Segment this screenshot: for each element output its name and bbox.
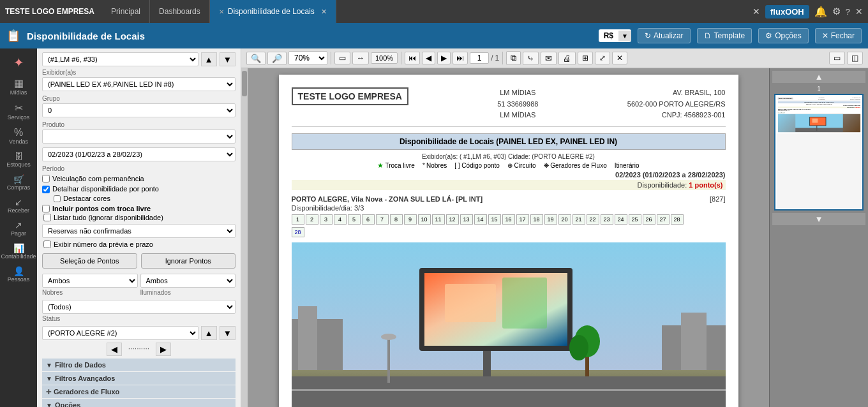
company-right-info: AV. BRASIL, 100 5602-000 PORTO ALEGRE/RS… xyxy=(627,87,726,121)
thumb-scroll-down[interactable]: ▼ xyxy=(772,213,865,225)
check-incluir[interactable] xyxy=(42,205,50,212)
grupo-select[interactable]: 0 xyxy=(42,103,236,117)
section-arrow-filtro: ▼ xyxy=(46,362,52,369)
check-exibir[interactable] xyxy=(43,241,51,248)
cidade-scroll-down[interactable]: ▼ xyxy=(220,326,236,340)
email-button[interactable]: ✉ xyxy=(541,52,557,65)
check-detalhar[interactable] xyxy=(42,186,50,193)
copy-button[interactable]: ⧉ xyxy=(506,51,521,65)
sidebar-item-pessoas[interactable]: 👤 Pessoas xyxy=(0,263,37,286)
pagar-icon: ↗ xyxy=(15,220,22,230)
ambos1-select[interactable]: Ambos xyxy=(42,274,138,288)
sidebar-item-servicos[interactable]: ✂ Serviços xyxy=(0,99,37,124)
atualizar-button[interactable]: ↻ Atualizar xyxy=(638,28,691,43)
section-filtro-dados[interactable]: ▼ Filtro de Dados xyxy=(42,359,236,371)
topbar-close-btn[interactable]: ✕ xyxy=(855,6,863,17)
periodo-select[interactable]: 02/2023 (01/02/23 a 28/02/23) xyxy=(42,147,236,161)
tab-principal[interactable]: Principal xyxy=(102,0,150,23)
filter-scroll-down[interactable]: ▼ xyxy=(220,52,236,66)
template-icon: 🗋 xyxy=(704,31,712,40)
exibidores-select[interactable]: (PAINEL LED EX #6,PAINEL LED IN #8) xyxy=(42,77,236,91)
ignorar-pontos-button[interactable]: Ignorar Pontos xyxy=(141,253,236,269)
sidebar-item-compras[interactable]: 🛒 Compras xyxy=(0,171,37,194)
sidebar-item-pagar[interactable]: ↗ Pagar xyxy=(0,217,37,240)
opcoes-button[interactable]: ⚙ Opções xyxy=(758,28,808,43)
sidebar-item-vendas[interactable]: % Vendas xyxy=(0,124,37,148)
check-destacar-row: Destacar cores xyxy=(54,195,236,202)
status-select[interactable]: (Todos) xyxy=(42,300,236,314)
currency-arrow-icon[interactable]: ▼ xyxy=(618,31,631,41)
panel-nav-right[interactable]: ▶ xyxy=(156,343,171,356)
fit-width-button[interactable]: ↔ xyxy=(352,52,369,64)
check-destacar[interactable] xyxy=(54,195,61,202)
section-arrow-opcoes: ▼ xyxy=(46,402,52,408)
cidade-scroll-up[interactable]: ▲ xyxy=(201,326,217,340)
report-availability: Disponibilidade: 1 ponto(s) xyxy=(292,180,726,190)
cidade-select[interactable]: (PORTO ALEGRE #2) xyxy=(42,326,198,340)
section-filtros-avancados[interactable]: ▼ Filtros Avançados xyxy=(42,372,236,385)
ambos2-select[interactable]: Ambos xyxy=(140,274,236,288)
thumb-scroll-up[interactable]: ▲ xyxy=(772,71,865,83)
bell-icon[interactable]: 🔔 xyxy=(814,6,827,18)
nav-last-button[interactable]: ⏭ xyxy=(453,52,468,64)
btn-row: Seleção de Pontos Ignorar Pontos xyxy=(42,253,236,269)
tab-close-icon[interactable]: ✕ xyxy=(321,8,327,16)
expand-button[interactable]: ⤢ xyxy=(595,52,610,64)
filter-main-row: (#1,LM #6, #33) ▲ ▼ xyxy=(42,52,236,66)
view-double-button[interactable]: ◫ xyxy=(847,52,863,64)
share-button[interactable]: ⤷ xyxy=(523,52,539,65)
sidebar-item-midias[interactable]: ▦ Mídias xyxy=(0,74,37,99)
report-subtitle-row: Exibidor(a)s: ( #1,LM #6, #03) Cidade: (… xyxy=(292,153,726,160)
day-18: 18 xyxy=(530,214,543,225)
zoom-select[interactable]: 50% 70% 100% 150% 200% xyxy=(288,51,327,65)
scroll-thumb-v[interactable] xyxy=(242,71,247,96)
company-center-info: LM MÍDIAS 51 33669988 LM MÍDIAS xyxy=(497,87,538,121)
check-veiculacao[interactable] xyxy=(42,175,50,182)
section-geradores-fluxo[interactable]: ✛ Geradores de Fluxo xyxy=(42,385,236,398)
day-1: 1 xyxy=(292,214,304,225)
compras-icon: 🛒 xyxy=(13,174,24,184)
page-input[interactable] xyxy=(470,52,489,64)
nav-next-button[interactable]: ▶ xyxy=(437,52,451,64)
produto-select[interactable] xyxy=(42,130,236,144)
tab-disponibilidade[interactable]: ✕ Disponibilidade de Locais ✕ xyxy=(210,0,336,23)
day-9: 9 xyxy=(404,214,417,225)
zoom-in-button[interactable]: 🔎 xyxy=(267,52,287,65)
day-4: 4 xyxy=(334,214,347,225)
report-area: TESTE LOGO EMPRESA LM MÍDIAS 51 33669988… xyxy=(248,68,769,407)
window-close-icon[interactable]: ✕ xyxy=(752,6,760,17)
scan-button[interactable]: ⊞ xyxy=(578,52,593,64)
gear-icon[interactable]: ⚙ xyxy=(832,6,841,17)
nav-prev-button[interactable]: ◀ xyxy=(422,52,435,64)
selecao-pontos-button[interactable]: Seleção de Pontos xyxy=(42,253,137,269)
day-13: 13 xyxy=(460,214,473,225)
print-button[interactable]: 🖨 xyxy=(558,52,576,65)
filter-scroll-up[interactable]: ▲ xyxy=(201,52,217,66)
check-veiculacao-label: Veiculação com permanência xyxy=(52,175,144,182)
report-close-button[interactable]: ✕ xyxy=(612,52,627,64)
fechar-button[interactable]: ✕ Fechar xyxy=(815,28,862,43)
filter-main-select[interactable]: (#1,LM #6, #33) xyxy=(42,52,198,66)
reservas-select[interactable]: Reservas não confirmadas xyxy=(42,224,236,238)
svg-rect-3 xyxy=(298,306,317,370)
nav-first-button[interactable]: ⏮ xyxy=(405,52,420,64)
thumb-item-1[interactable]: TESTE LOGO EMPRESA LM MÍDIAS51 33669988 … xyxy=(774,94,864,211)
sidebar-item-receber[interactable]: ↙ Receber xyxy=(0,194,37,217)
sidebar-item-contabilidade[interactable]: 📊 Contabilidade xyxy=(0,240,37,263)
template-button[interactable]: 🗋 Template xyxy=(697,28,752,43)
panel-nav-left[interactable]: ◀ xyxy=(107,343,122,356)
help-icon[interactable]: ? xyxy=(846,7,850,17)
toolbar-sep3 xyxy=(502,52,503,64)
day-20: 20 xyxy=(558,214,571,225)
check-listar[interactable] xyxy=(43,214,51,221)
sidebar-item-estoques[interactable]: 🗄 Estoques xyxy=(0,148,37,171)
location-code: [827] xyxy=(710,195,725,203)
section-opcoes[interactable]: ▼ Opções xyxy=(42,399,236,407)
view-single-button[interactable]: ▭ xyxy=(829,52,845,64)
location-block: PORTO ALEGRE, Vila Nova - ZONA SUL LED L… xyxy=(292,195,726,407)
fit-page-button[interactable]: ▭ xyxy=(334,52,350,64)
zoom-100-button[interactable]: 100% xyxy=(371,52,398,64)
zoom-out-button[interactable]: 🔍 xyxy=(246,52,266,65)
dual-labels-row: Nobres Iluminados xyxy=(42,289,236,296)
tab-dashboards[interactable]: Dashboards xyxy=(150,0,210,23)
